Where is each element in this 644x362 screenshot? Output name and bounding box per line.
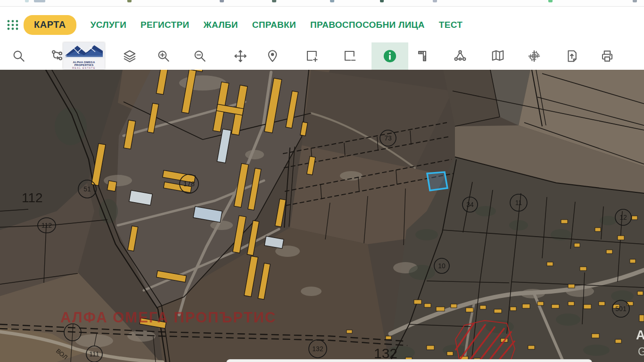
parcel-number-label: 11	[515, 199, 522, 206]
browser-tab-fragment	[633, 0, 637, 2]
layers-icon[interactable]	[122, 48, 138, 64]
menu-item-test[interactable]: ТЕСТ	[439, 20, 462, 30]
parcel-number-label: 501	[615, 305, 627, 313]
browser-tab-fragment	[25, 0, 29, 2]
measure-ruler-icon[interactable]	[415, 48, 431, 64]
parcel-number-label: 73	[384, 134, 392, 142]
cadastral-map-canvas[interactable]: 511121787334111210132501111112132ВОЛ АЛФ…	[0, 70, 644, 362]
remove-area-icon[interactable]	[342, 48, 358, 64]
logo-mountains	[63, 42, 105, 58]
cadastre-app-window: { "tab_strip": { "fragments": [ {"x":53,…	[0, 0, 644, 362]
pan-icon[interactable]	[232, 48, 248, 64]
location-pin-icon[interactable]	[264, 48, 281, 64]
selected-parcel[interactable]	[427, 172, 447, 190]
parcel-number-label: 112	[41, 222, 52, 229]
parcel-number-label: 34	[466, 201, 474, 208]
browser-tab-fragment	[34, 0, 45, 2]
parcel-number-label: 51	[83, 185, 91, 193]
map-toolbar: ALPHA OMEGA PROPERTIES REAL ESTATE	[0, 42, 644, 70]
logo-title: ALPHA OMEGA PROPERTIES	[63, 61, 105, 66]
search-icon[interactable]	[11, 48, 27, 64]
menu-item-pravosposobni-litsa[interactable]: ПРАВОСПОСОБНИ ЛИЦА	[310, 20, 425, 30]
print-icon[interactable]	[599, 48, 615, 64]
add-area-icon[interactable]	[304, 48, 320, 64]
parcel-number-label: 111	[89, 350, 99, 358]
menu-item-zhalbi[interactable]: ЖАЛБИ	[203, 20, 238, 30]
parcel-area-label: 112	[22, 190, 43, 205]
parcel-number-label: 10	[438, 262, 446, 270]
map-sheet-icon[interactable]	[490, 48, 506, 64]
zoom-out-icon[interactable]	[192, 48, 208, 64]
browser-tab-fragment	[433, 0, 437, 2]
edge-watermark-line2: G	[638, 346, 644, 358]
browser-tab-fragment	[380, 0, 384, 2]
browser-tab-strip	[0, 0, 644, 7]
browser-tab-fragment	[272, 0, 276, 2]
main-menu-bar: КАРТА УСЛУГИ РЕГИСТРИ ЖАЛБИ СПРАВКИ ПРАВ…	[0, 7, 644, 42]
browser-tab-fragment	[220, 0, 224, 2]
parcel-number-label: 12	[619, 214, 627, 221]
map-watermark: АЛФА ОМЕГА ПРОПЪРТИС	[60, 309, 276, 326]
menu-item-karta[interactable]: КАРТА	[24, 15, 76, 35]
browser-tab-fragment	[127, 0, 132, 2]
zoom-in-icon[interactable]	[156, 48, 172, 64]
browser-tab-fragment	[330, 0, 334, 2]
info-tool-icon[interactable]	[382, 48, 398, 64]
logo-subtitle: REAL ESTATE	[63, 66, 105, 69]
coordinate-grid-icon[interactable]	[526, 48, 542, 64]
edge-watermark-line1: А	[636, 328, 644, 342]
app-grid-icon[interactable]	[5, 17, 20, 33]
alpha-omega-logo-watermark: ALPHA OMEGA PROPERTIES REAL ESTATE	[63, 42, 105, 69]
menu-item-uslugi[interactable]: УСЛУГИ	[91, 20, 126, 30]
area-measure-icon[interactable]	[452, 48, 468, 64]
bottom-scroll-bar[interactable]	[226, 359, 592, 362]
menu-item-registri[interactable]: РЕГИСТРИ	[140, 20, 189, 30]
parcel-number-label: 132	[312, 345, 323, 353]
export-document-icon[interactable]	[564, 48, 580, 64]
browser-tab-fragment	[548, 0, 553, 2]
parcel-number-label: 178	[183, 180, 195, 188]
menu-item-spravki[interactable]: СПРАВКИ	[252, 20, 296, 30]
